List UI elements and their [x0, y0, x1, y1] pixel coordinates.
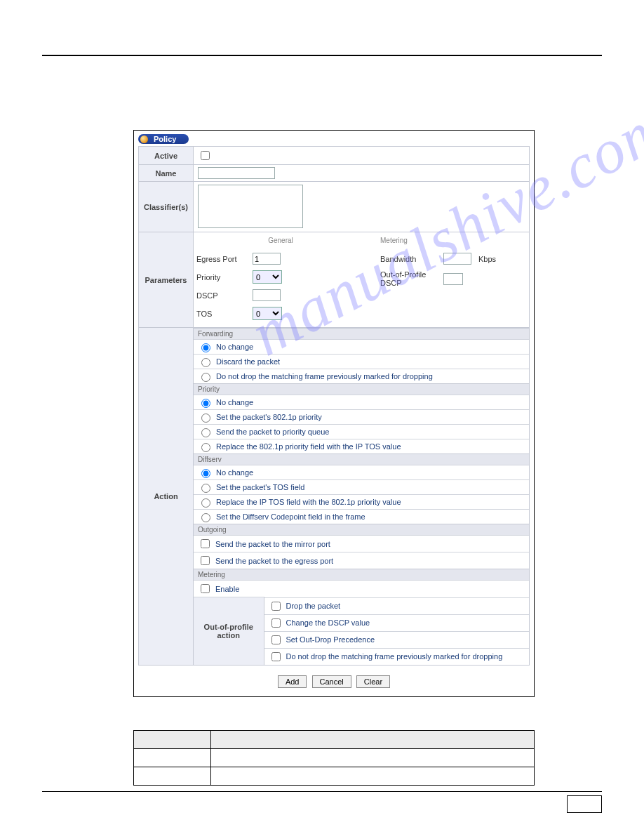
page-rule-bottom [42, 791, 602, 792]
fwd-discard-radio[interactable] [201, 358, 210, 367]
fwd-opt-2: Do not drop the matching frame previousl… [216, 372, 433, 380]
desc-cell-3 [134, 767, 211, 786]
metering-header: Metering [380, 237, 496, 244]
cancel-button[interactable]: Cancel [312, 675, 351, 688]
oop-nodrop-checkbox[interactable] [271, 652, 281, 661]
classifiers-list[interactable] [198, 185, 303, 228]
fwd-nodrop-radio[interactable] [201, 373, 210, 382]
dif-nochange-radio[interactable] [201, 469, 210, 478]
pri-opt-2: Send the packet to priority queue [216, 428, 329, 436]
oop-opt-2: Set Out-Drop Precedence [286, 635, 375, 644]
pri-opt-1: Set the packet's 802.1p priority [216, 413, 322, 421]
outprofile-dscp-label: Out-of-Profile DSCP [380, 270, 436, 287]
oop-setoutdrop-checkbox[interactable] [271, 635, 281, 644]
description-table [133, 730, 535, 786]
desc-cell-1 [134, 749, 211, 767]
priority-select[interactable]: 0 [253, 270, 282, 284]
forwarding-header: Forwarding [194, 328, 529, 339]
dif-opt-1: Set the packet's TOS field [216, 483, 304, 491]
diffserv-header: Diffserv [194, 454, 529, 465]
dif-settos-radio[interactable] [201, 484, 210, 493]
dif-opt-2: Replace the IP TOS field with the 802.1p… [216, 498, 401, 506]
oop-opt-0: Drop the packet [286, 602, 341, 610]
fwd-nochange-radio[interactable] [201, 343, 210, 352]
dif-replace-radio[interactable] [201, 498, 210, 508]
desc-head-2 [211, 731, 535, 749]
egress-port-label: Egress Port [196, 255, 246, 263]
kbps-label: Kbps [478, 255, 496, 263]
desc-cell-4 [211, 767, 535, 786]
metering-enable-label: Enable [215, 585, 239, 593]
out-egress-checkbox[interactable] [201, 556, 210, 565]
fwd-opt-1: Discard the packet [216, 357, 280, 366]
priority-label: Priority [196, 273, 246, 282]
policy-form-table: Active Name Classifier(s) Parameters Gen… [138, 146, 530, 666]
tos-select[interactable]: 0 [253, 307, 282, 320]
name-input[interactable] [198, 167, 275, 179]
oop-opt-3: Do not drop the matching frame previousl… [286, 652, 503, 661]
desc-head-1 [134, 731, 211, 749]
parameters-label: Parameters [139, 232, 194, 328]
clear-button[interactable]: Clear [356, 675, 390, 688]
out-opt-0: Send the packet to the mirror port [215, 540, 330, 548]
bandwidth-input[interactable] [443, 253, 471, 265]
pri-nochange-radio[interactable] [201, 399, 210, 408]
general-header: General [196, 237, 365, 244]
pri-opt-0: No change [216, 398, 253, 406]
classifiers-label: Classifier(s) [139, 182, 194, 232]
tos-label: TOS [196, 310, 246, 318]
dscp-input[interactable] [253, 289, 281, 301]
egress-port-input[interactable] [253, 253, 281, 265]
active-label: Active [139, 147, 194, 165]
page-number-box [567, 795, 602, 813]
panel-title: Policy [138, 134, 189, 144]
outprofile-dscp-input[interactable] [443, 273, 463, 285]
pri-set8021p-radio[interactable] [201, 413, 210, 423]
out-mirror-checkbox[interactable] [201, 539, 210, 548]
pri-opt-3: Replace the 802.1p priority field with t… [216, 442, 401, 451]
dif-opt-3: Set the Diffserv Codepoint field in the … [216, 512, 365, 521]
desc-cell-2 [211, 749, 535, 767]
oop-changedscp-checkbox[interactable] [271, 618, 281, 628]
metering-action-header: Metering [194, 569, 529, 580]
bandwidth-label: Bandwidth [380, 255, 436, 263]
panel-titlebar: Policy [138, 133, 530, 145]
policy-config-panel: Policy Active Name Classifier(s) Paramet… [133, 130, 535, 697]
page-rule-top [42, 55, 602, 56]
oop-opt-1: Change the DSCP value [286, 618, 370, 627]
pri-queue-radio[interactable] [201, 428, 210, 437]
out-opt-1: Send the packet to the egress port [215, 557, 333, 565]
outgoing-header: Outgoing [194, 524, 529, 535]
out-of-profile-table: Out-of-profile action Drop the packet Ch… [194, 597, 529, 665]
dscp-label: DSCP [196, 291, 246, 300]
dif-codepoint-radio[interactable] [201, 513, 210, 522]
metering-enable-checkbox[interactable] [201, 584, 210, 593]
name-label: Name [139, 165, 194, 182]
active-checkbox[interactable] [201, 151, 210, 160]
dif-opt-0: No change [216, 468, 253, 477]
button-row: Add Cancel Clear [134, 666, 534, 696]
action-label: Action [139, 328, 194, 666]
priority-header: Priority [194, 383, 529, 395]
out-profile-action-label: Out-of-profile action [194, 597, 264, 665]
oop-drop-checkbox[interactable] [271, 602, 281, 611]
add-button[interactable]: Add [278, 675, 307, 688]
pri-replace-radio[interactable] [201, 443, 210, 452]
fwd-opt-0: No change [216, 343, 253, 351]
